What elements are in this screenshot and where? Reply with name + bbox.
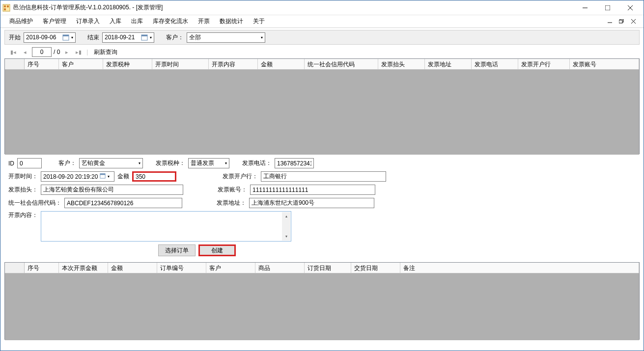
svg-rect-16 — [141, 35, 147, 36]
bank-input[interactable] — [261, 171, 386, 182]
amount-input[interactable] — [132, 171, 176, 182]
id-label: ID — [8, 160, 14, 167]
end-date-label: 结束 — [87, 33, 99, 42]
col-content[interactable]: 开票内容 — [209, 59, 258, 69]
refresh-query-button[interactable]: 刷新查询 — [94, 48, 117, 56]
account-input[interactable] — [250, 185, 375, 195]
account-label: 发票账号： — [218, 186, 247, 194]
col-customer[interactable]: 客户 — [59, 59, 103, 69]
menu-stats[interactable]: 数据统计 — [215, 15, 248, 27]
next-page-button[interactable]: ▸ — [62, 47, 72, 57]
col2-orderdate[interactable]: 订货日期 — [305, 263, 351, 273]
amount-label: 金额 — [117, 172, 129, 181]
menu-about[interactable]: 关于 — [248, 15, 270, 27]
chevron-down-icon: ▾ — [150, 35, 152, 40]
menu-inbound[interactable]: 入库 — [105, 15, 126, 27]
menu-outbound[interactable]: 出库 — [126, 15, 148, 27]
start-date-picker[interactable]: 2018-09-06 ▾ — [24, 32, 76, 43]
content-label: 开票内容： — [8, 211, 38, 219]
col-title[interactable]: 发票抬头 — [378, 59, 425, 69]
customer-filter-label: 客户： — [166, 33, 184, 42]
menu-customers[interactable]: 客户管理 — [38, 15, 71, 27]
scroll-down-icon[interactable]: ▾ — [282, 232, 290, 241]
svg-rect-18 — [100, 174, 105, 175]
addr-input[interactable] — [249, 198, 374, 208]
svg-rect-3 — [4, 8, 6, 10]
menu-invoice[interactable]: 开票 — [193, 15, 215, 27]
col-seq[interactable]: 序号 — [25, 59, 59, 69]
code-input[interactable] — [64, 198, 182, 208]
col-addr[interactable]: 发票地址 — [425, 59, 472, 69]
col2-remark[interactable]: 备注 — [400, 263, 639, 273]
chevron-down-icon: ▾ — [71, 35, 73, 40]
col-taxtype[interactable]: 发票税种 — [103, 59, 152, 69]
phone-input[interactable] — [275, 158, 314, 168]
mdi-restore-button[interactable] — [617, 18, 626, 26]
invoice-grid[interactable]: 序号 客户 发票税种 开票时间 开票内容 金额 统一社会信用代码 发票抬头 发票… — [4, 58, 640, 154]
col2-product[interactable]: 商品 — [255, 263, 305, 273]
invoice-grid-body — [5, 70, 639, 155]
svg-rect-10 — [619, 20, 622, 23]
col2-thisamount[interactable]: 本次开票金额 — [59, 263, 108, 273]
chevron-down-icon: ▾ — [261, 35, 263, 40]
invoice-grid-header: 序号 客户 发票税种 开票时间 开票内容 金额 统一社会信用代码 发票抬头 发票… — [5, 59, 639, 70]
page-input[interactable] — [32, 47, 52, 57]
svg-rect-5 — [605, 5, 610, 10]
maximize-button[interactable] — [596, 0, 619, 15]
menu-stockflow[interactable]: 库存变化流水 — [148, 15, 193, 27]
filter-toolbar: 开始 2018-09-06 ▾ 结束 2018-09-21 ▾ 客户： 全部 ▾ — [4, 30, 640, 45]
customer-combo[interactable]: 艺铂黄金 ▾ — [79, 158, 143, 168]
window-title: 邑泊信息科技-订单管理系统-V.1.0.20180905. - [发票管理] — [13, 3, 574, 12]
svg-rect-2 — [7, 5, 9, 7]
tax-label: 发票税种： — [156, 159, 185, 167]
title-label: 发票抬头： — [8, 186, 38, 194]
calendar-icon — [141, 34, 148, 41]
last-page-button[interactable]: ▸▮ — [74, 47, 84, 57]
col-code[interactable]: 统一社会信用代码 — [305, 59, 378, 69]
content-textarea[interactable]: ▴ ▾ — [41, 211, 291, 242]
create-button[interactable]: 创建 — [198, 244, 236, 256]
calendar-icon — [62, 34, 69, 41]
select-order-button[interactable]: 选择订单 — [158, 244, 196, 256]
col2-orderno[interactable]: 订单编号 — [157, 263, 206, 273]
col2-customer[interactable]: 客户 — [206, 263, 255, 273]
col-time[interactable]: 开票时间 — [152, 59, 209, 69]
id-input[interactable] — [17, 158, 42, 168]
time-picker[interactable]: 2018-09-20 20:19:20 ▾ — [41, 171, 114, 182]
code-label: 统一社会信用代码： — [8, 199, 61, 207]
tax-combo[interactable]: 普通发票 ▾ — [188, 158, 229, 168]
scrollbar[interactable]: ▴ ▾ — [282, 212, 290, 241]
bank-label: 发票开户行： — [223, 172, 258, 181]
order-grid-header: 序号 本次开票金额 金额 订单编号 客户 商品 订货日期 交货日期 备注 — [5, 263, 639, 273]
col-bank[interactable]: 发票开户行 — [518, 59, 570, 69]
col-amount[interactable]: 金额 — [258, 59, 305, 69]
order-grid[interactable]: 序号 本次开票金额 金额 订单编号 客户 商品 订货日期 交货日期 备注 — [4, 262, 640, 340]
col-account[interactable]: 发票账号 — [570, 59, 639, 69]
scroll-up-icon[interactable]: ▴ — [282, 212, 290, 220]
col2-delivdate[interactable]: 交货日期 — [351, 263, 400, 273]
addr-label: 发票地址： — [217, 199, 246, 207]
calendar-icon — [100, 173, 106, 180]
mdi-minimize-button[interactable] — [605, 18, 614, 26]
menu-bar: 商品维护 客户管理 订单录入 入库 出库 库存变化流水 开票 数据统计 关于 — [0, 15, 644, 28]
mdi-close-button[interactable] — [629, 18, 638, 26]
menu-products[interactable]: 商品维护 — [4, 15, 38, 27]
title-input[interactable] — [41, 185, 183, 195]
minimize-button[interactable] — [574, 0, 596, 15]
col-phone[interactable]: 发票电话 — [472, 59, 518, 69]
svg-rect-14 — [63, 35, 69, 36]
end-date-picker[interactable]: 2018-09-21 ▾ — [102, 32, 154, 43]
chevron-down-icon: ▾ — [225, 161, 227, 165]
prev-page-button[interactable]: ◂ — [20, 47, 30, 57]
menu-orders[interactable]: 订单录入 — [71, 15, 105, 27]
title-bar: 邑泊信息科技-订单管理系统-V.1.0.20180905. - [发票管理] — [0, 0, 644, 15]
col2-amount[interactable]: 金额 — [108, 263, 157, 273]
svg-rect-1 — [4, 5, 6, 7]
close-button[interactable] — [619, 0, 642, 15]
order-grid-body — [5, 273, 639, 340]
customer-label: 客户： — [58, 159, 76, 167]
phone-label: 发票电话： — [242, 159, 272, 167]
col2-seq[interactable]: 序号 — [25, 263, 59, 273]
customer-filter-combo[interactable]: 全部 ▾ — [187, 32, 265, 43]
first-page-button[interactable]: ▮◂ — [8, 47, 18, 57]
